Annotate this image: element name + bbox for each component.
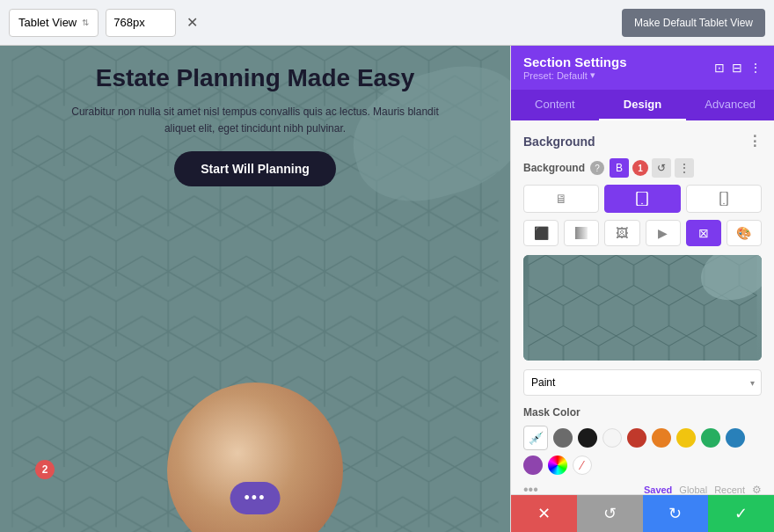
footer-reset-button[interactable]: ↺: [577, 495, 643, 532]
bg-controls: B 1 ↺ ⋮: [610, 158, 694, 178]
swatch-green[interactable]: [701, 428, 720, 448]
mask-color-label: Mask Color: [523, 406, 762, 419]
bg-more-btn[interactable]: ⋮: [675, 158, 694, 178]
svg-point-4: [642, 203, 644, 205]
swatch-more-dots[interactable]: •••: [523, 482, 538, 494]
swatch-orange[interactable]: [652, 428, 671, 448]
settings-panel: Section Settings Preset: Default ▾ ⊡ ⊟ ⋮…: [510, 46, 774, 532]
swatch-black[interactable]: [578, 428, 597, 448]
bg-label-row: Background ? B 1 ↺ ⋮: [523, 158, 762, 178]
device-row: 🖥: [523, 185, 762, 213]
panel-responsive-icon[interactable]: ⊡: [714, 61, 725, 75]
panel-header: Section Settings Preset: Default ▾ ⊡ ⊟ ⋮: [511, 46, 774, 90]
canvas-area: Estate Planning Made Easy Curabitur non …: [0, 46, 510, 532]
canvas-header: Estate Planning Made Easy Curabitur non …: [0, 46, 510, 209]
close-resolution-button[interactable]: ✕: [183, 12, 201, 33]
panel-title: Section Settings: [523, 55, 627, 69]
panel-body: Background ⋮ Background ? B 1 ↺ ⋮ 🖥: [511, 120, 774, 494]
swatch-none[interactable]: ⁄: [573, 455, 592, 475]
swatch-blue[interactable]: [726, 428, 745, 448]
panel-tabs: Content Design Advanced: [511, 90, 774, 120]
gradient-icon: [575, 227, 588, 239]
type-gradient-btn[interactable]: [564, 220, 599, 246]
panel-footer: ✕ ↺ ↻ ✓: [511, 494, 774, 532]
tab-content[interactable]: Content: [511, 90, 599, 120]
canvas-cta-button[interactable]: Start Will Planning: [174, 151, 336, 186]
view-select[interactable]: Tablet View ⇅: [9, 9, 99, 37]
section-title-text: Background: [523, 135, 595, 149]
device-tablet-btn[interactable]: [604, 185, 680, 213]
swatch-global-link[interactable]: Global: [679, 485, 707, 494]
footer-refresh-button[interactable]: ↻: [643, 495, 709, 532]
panel-preset: Preset: Default ▾: [523, 69, 627, 81]
type-video-btn[interactable]: ▶: [646, 220, 681, 246]
section-title-row: Background ⋮: [523, 133, 762, 149]
mobile-icon: [719, 192, 728, 206]
device-desktop-btn[interactable]: 🖥: [523, 185, 599, 213]
paint-select[interactable]: Paint Blur Overlay: [523, 369, 762, 396]
swatch-purple[interactable]: [523, 455, 543, 475]
view-label: Tablet View: [18, 16, 77, 29]
footer-cancel-button[interactable]: ✕: [511, 495, 577, 532]
bg-image-btn[interactable]: B: [610, 158, 629, 178]
footer-confirm-button[interactable]: ✓: [708, 495, 774, 532]
type-mask-btn[interactable]: ⊠: [686, 220, 721, 246]
paint-select-wrapper: Paint Blur Overlay ▾: [523, 369, 762, 396]
type-color-btn[interactable]: ⬛: [523, 220, 559, 246]
tab-advanced[interactable]: Advanced: [686, 90, 774, 120]
swatch-meta-row: ••• Saved Global Recent ⚙: [523, 482, 762, 494]
swatch-saved-link[interactable]: Saved: [644, 485, 672, 495]
swatch-white[interactable]: [602, 428, 622, 448]
bg-help-icon[interactable]: ?: [590, 161, 604, 175]
bg-reset-btn[interactable]: ↺: [652, 158, 671, 178]
badge-2: 2: [35, 460, 55, 479]
badge-1: 1: [632, 160, 648, 176]
tablet-icon: [636, 192, 648, 206]
panel-more-icon[interactable]: ⋮: [749, 61, 762, 75]
type-image-btn[interactable]: 🖼: [604, 220, 639, 246]
bg-label-text: Background: [523, 162, 585, 174]
svg-point-6: [723, 203, 725, 205]
swatch-yellow[interactable]: [676, 428, 696, 448]
section-dots-icon[interactable]: ⋮: [748, 133, 762, 149]
canvas-title: Estate Planning Made Easy: [26, 63, 484, 93]
eyedropper-button[interactable]: 💉: [523, 426, 548, 450]
image-type-row: ⬛ 🖼 ▶ ⊠ 🎨: [523, 220, 762, 246]
device-mobile-btn[interactable]: [686, 185, 762, 213]
swatch-gear-icon[interactable]: ⚙: [752, 484, 762, 494]
swatch-red[interactable]: [627, 428, 646, 448]
bg-preview-hex: [523, 255, 762, 361]
canvas-subtitle: Curabitur non nulla sit amet nisl tempus…: [70, 104, 440, 137]
color-swatches: 💉 ⁄: [523, 426, 762, 475]
resolution-input[interactable]: [106, 9, 176, 37]
main-area: Estate Planning Made Easy Curabitur non …: [0, 46, 774, 532]
panel-layout-icon[interactable]: ⊟: [732, 61, 742, 75]
panel-title-area: Section Settings Preset: Default ▾: [523, 55, 627, 81]
tab-design[interactable]: Design: [599, 90, 687, 120]
bg-preview: [523, 255, 762, 361]
swatch-recent-link[interactable]: Recent: [714, 485, 745, 494]
three-dots-button[interactable]: •••: [230, 482, 281, 514]
swatch-rainbow[interactable]: [548, 455, 567, 475]
top-bar: Tablet View ⇅ ✕ Make Default Tablet View: [0, 0, 774, 46]
chevron-icon: ⇅: [82, 18, 89, 27]
swatch-dark-gray[interactable]: [553, 428, 573, 448]
type-pattern-btn[interactable]: 🎨: [727, 220, 762, 246]
make-default-button[interactable]: Make Default Tablet View: [622, 9, 765, 37]
svg-rect-7: [575, 227, 588, 239]
panel-header-icons: ⊡ ⊟ ⋮: [714, 61, 762, 75]
canvas-content: Estate Planning Made Easy Curabitur non …: [0, 46, 510, 532]
